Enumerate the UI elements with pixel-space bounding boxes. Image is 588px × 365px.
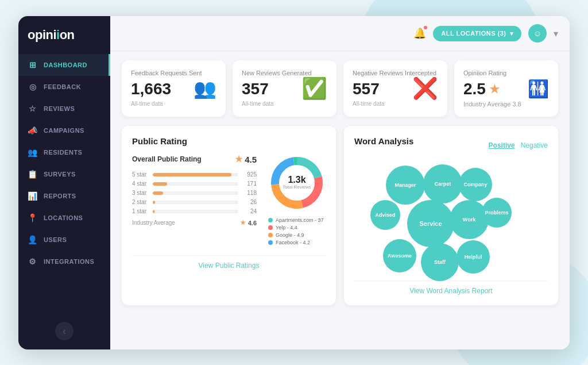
legend-item: Facebook - 4.2 bbox=[268, 240, 326, 245]
stat-sub-2: All-time data bbox=[353, 101, 438, 107]
overall-rating-label: Overall Public Rating bbox=[132, 155, 202, 163]
word-bubble[interactable]: Helpful bbox=[457, 240, 490, 274]
user-avatar[interactable]: ☺ bbox=[528, 24, 547, 43]
sidebar-item-reports[interactable]: 📊 REPORTS bbox=[18, 185, 110, 207]
legend-dot bbox=[268, 225, 273, 230]
notification-badge bbox=[423, 25, 428, 30]
word-bubble[interactable]: Problems bbox=[482, 198, 512, 228]
sidebar-item-feedback[interactable]: ◎ FEEDBACK bbox=[18, 76, 110, 98]
legend-label: Facebook - 4.2 bbox=[276, 240, 310, 245]
sidebar-label-reports: REPORTS bbox=[44, 193, 76, 199]
bar-count: 26 bbox=[243, 199, 257, 205]
notifications-bell[interactable]: 🔔 bbox=[413, 27, 426, 40]
bar-track bbox=[153, 182, 238, 186]
word-bubble[interactable]: Staff bbox=[421, 243, 459, 281]
stat-cards-grid: Feedback Requests Sent 1,663 All-time da… bbox=[122, 60, 558, 117]
overall-rating-row: Overall Public Rating ★ 4.5 bbox=[132, 154, 257, 164]
stat-label-3: Opiniion Rating bbox=[463, 70, 549, 76]
bottom-panels: Public Rating Overall Public Rating ★ 4.… bbox=[122, 126, 558, 305]
sidebar-label-locations: LOCATIONS bbox=[44, 214, 83, 221]
avatar-icon: ☺ bbox=[533, 29, 541, 38]
residents-icon: 👥 bbox=[28, 148, 38, 157]
donut-chart: 1.3k Total Reviews bbox=[268, 154, 326, 212]
dashboard-icon: ⊞ bbox=[28, 60, 38, 70]
users-icon: 👥 bbox=[194, 78, 216, 99]
stat-card-opiniion-rating: Opiniion Rating 2.5 ★ Industry Average 3… bbox=[454, 60, 558, 117]
rating-bar-row: 3 star 118 bbox=[132, 190, 257, 196]
legend-item: Apartments.com - 37 bbox=[268, 217, 326, 223]
bar-count: 925 bbox=[243, 171, 257, 178]
surveys-icon: 📋 bbox=[28, 170, 38, 179]
donut-center-text: 1.3k Total Reviews bbox=[283, 175, 311, 190]
sidebar-label-reviews: REVIEWS bbox=[44, 105, 75, 112]
view-word-analysis-link[interactable]: View Word Analysis Report bbox=[354, 281, 548, 295]
locations-icon: 📍 bbox=[28, 213, 38, 222]
tab-negative[interactable]: Negative bbox=[521, 141, 548, 149]
industry-average-row: Industry Average ★ 4.6 bbox=[132, 219, 257, 226]
sidebar: opiniion ⊞ DASHBOARD◎ FEEDBACK☆ REVIEWS📣… bbox=[18, 16, 110, 349]
star-gold-icon: ★ bbox=[235, 154, 242, 164]
stat-label-1: New Reviews Generated bbox=[242, 70, 327, 76]
sidebar-item-dashboard[interactable]: ⊞ DASHBOARD bbox=[18, 54, 110, 76]
bar-label: 5 star bbox=[132, 171, 148, 178]
word-bubble[interactable]: Awesome bbox=[383, 239, 416, 272]
legend-dot bbox=[268, 240, 273, 245]
view-public-ratings-link[interactable]: View Public Ratings bbox=[132, 255, 326, 270]
main-content: 🔔 ALL LOCATIONS (3) ▾ ☺ ▾ Feedback Reque… bbox=[110, 16, 570, 349]
stat-card-new-reviews: New Reviews Generated 357 All-time data … bbox=[233, 60, 336, 117]
public-rating-panel: Public Rating Overall Public Rating ★ 4.… bbox=[122, 126, 336, 305]
sidebar-item-locations[interactable]: 📍 LOCATIONS bbox=[18, 207, 110, 229]
sidebar-item-campaigns[interactable]: 📣 CAMPAIGNS bbox=[18, 120, 110, 141]
legend-dot bbox=[268, 233, 273, 237]
word-bubble[interactable]: Company bbox=[459, 168, 492, 201]
header: 🔔 ALL LOCATIONS (3) ▾ ☺ ▾ bbox=[110, 16, 570, 51]
overall-rating-score: ★ 4.5 bbox=[235, 154, 257, 164]
sidebar-label-feedback: FEEDBACK bbox=[44, 83, 81, 90]
header-caret[interactable]: ▾ bbox=[554, 28, 558, 39]
bar-fill bbox=[153, 182, 167, 186]
reviews-icon: ☆ bbox=[28, 104, 38, 113]
rating-bar-rows: 5 star 925 4 star 171 3 star 118 2 star … bbox=[132, 171, 257, 214]
rating-bar-row: 4 star 171 bbox=[132, 180, 257, 187]
word-bubble[interactable]: Service bbox=[407, 200, 454, 247]
stat-sub-1: All-time data bbox=[242, 101, 327, 107]
sidebar-label-users: USERS bbox=[44, 236, 67, 243]
word-bubble[interactable]: Advised bbox=[370, 200, 400, 230]
industry-avg-label: Industry Average 3.8 bbox=[463, 101, 549, 107]
legend-label: Yelp - 4.4 bbox=[276, 225, 297, 230]
donut-section: 1.3k Total Reviews Apartments.com - 37 Y… bbox=[268, 154, 326, 247]
locations-button[interactable]: ALL LOCATIONS (3) ▾ bbox=[433, 26, 521, 41]
industry-star-icon: ★ bbox=[240, 219, 246, 226]
bar-count: 24 bbox=[243, 208, 257, 214]
bar-track bbox=[153, 201, 238, 204]
legend-item: Google - 4.9 bbox=[268, 232, 326, 238]
sidebar-item-residents[interactable]: 👥 RESIDENTS bbox=[18, 141, 110, 163]
feedback-icon: ◎ bbox=[28, 82, 38, 91]
sidebar-item-integrations[interactable]: ⚙ INTEGRATIONS bbox=[18, 251, 110, 272]
rating-bar-row: 5 star 925 bbox=[132, 171, 257, 178]
checkmark-icon: ✅ bbox=[301, 76, 327, 101]
industry-avg-score: ★ 4.6 bbox=[240, 219, 257, 226]
sidebar-collapse-button[interactable]: ‹ bbox=[55, 322, 74, 340]
sidebar-item-surveys[interactable]: 📋 SURVEYS bbox=[18, 163, 110, 185]
word-analysis-title: Word Analysis bbox=[354, 136, 413, 146]
stat-card-feedback-requests: Feedback Requests Sent 1,663 All-time da… bbox=[122, 60, 226, 117]
word-analysis-header: Word Analysis Positive Negative bbox=[354, 136, 548, 154]
bar-fill bbox=[153, 191, 163, 195]
tab-positive[interactable]: Positive bbox=[489, 141, 515, 149]
sidebar-label-surveys: SURVEYS bbox=[44, 171, 76, 178]
legend-label: Apartments.com - 37 bbox=[276, 217, 324, 223]
word-bubble[interactable]: Manager bbox=[386, 166, 425, 205]
bar-fill bbox=[153, 210, 154, 213]
sidebar-item-users[interactable]: 👤 USERS bbox=[18, 229, 110, 251]
locations-button-label: ALL LOCATIONS (3) bbox=[441, 30, 506, 37]
sidebar-item-reviews[interactable]: ☆ REVIEWS bbox=[18, 98, 110, 120]
bar-fill bbox=[153, 173, 231, 176]
stat-card-negative-reviews: Negative Reviews Intercepted 557 All-tim… bbox=[343, 60, 447, 117]
bar-label: 3 star bbox=[132, 190, 148, 196]
donut-legend: Apartments.com - 37 Yelp - 4.4 Google - … bbox=[268, 217, 326, 245]
word-bubble[interactable]: Carpet bbox=[423, 164, 462, 203]
bar-track bbox=[153, 191, 238, 195]
bar-label: 2 star bbox=[132, 199, 148, 205]
integrations-icon: ⚙ bbox=[28, 257, 38, 266]
